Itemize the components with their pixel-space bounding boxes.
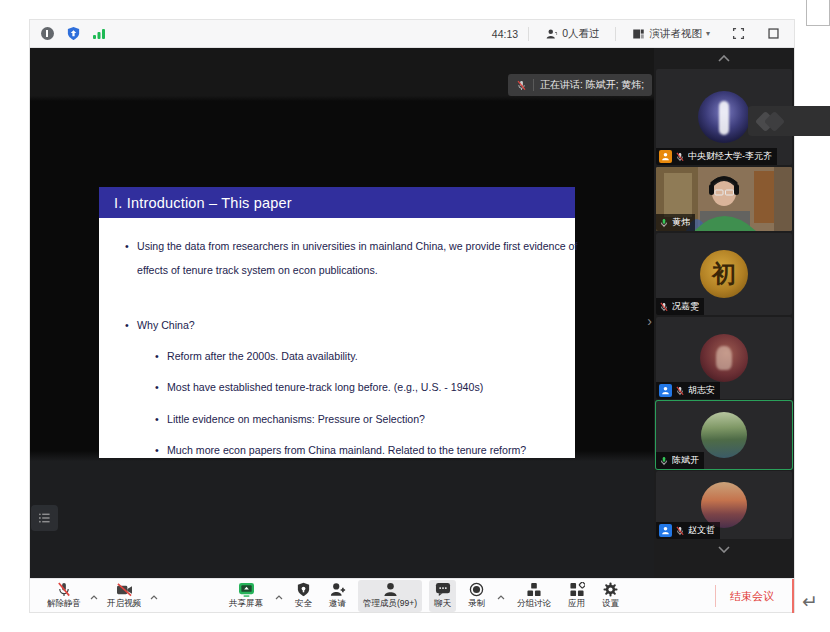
participant-tile-active-speaker[interactable]: 陈斌开 — [656, 401, 792, 469]
mic-muted-icon — [675, 526, 685, 536]
breakout-icon — [526, 582, 542, 597]
mic-muted-icon — [659, 302, 669, 312]
view-mode-label: 演讲者视图 — [649, 27, 702, 41]
viewers-button[interactable]: 0人看过 — [539, 24, 605, 44]
manage-members-button[interactable]: 管理成员(99+) — [358, 580, 422, 612]
chevron-down-icon: ▾ — [706, 29, 710, 38]
participant-tile[interactable]: 赵文哲 — [656, 471, 792, 539]
avatar: 初 — [700, 250, 748, 298]
apps-button[interactable]: 应用 — [563, 580, 590, 612]
breakout-rooms-button[interactable]: 分组讨论 — [512, 580, 556, 612]
participant-name: 黄炜 — [672, 216, 690, 229]
window-mode-button[interactable] — [761, 24, 786, 43]
participant-name: 赵文哲 — [688, 524, 715, 537]
apps-icon — [569, 582, 585, 597]
meeting-window: 44:13 0人看过 演讲者视图 ▾ — [30, 20, 794, 612]
avatar — [698, 91, 750, 143]
active-speaker-pill: 正在讲话: 陈斌开; 黄炜; — [508, 74, 652, 96]
annotation-list-button[interactable] — [31, 505, 58, 531]
shared-screen-stage: 正在讲话: 陈斌开; 黄炜; I. Introduction – This pa… — [30, 48, 654, 578]
mic-muted-icon — [516, 80, 527, 91]
role-badge — [659, 524, 672, 537]
slide-bullet: Why China? — [137, 317, 583, 333]
share-screen-button[interactable]: 共享屏幕 — [224, 580, 268, 612]
invite-person-icon — [330, 582, 346, 597]
avatar — [700, 334, 748, 382]
participant-name: 胡志安 — [688, 384, 715, 397]
slide-bullet: Reform after the 2000s. Data availabilit… — [167, 348, 587, 364]
divider — [533, 79, 534, 91]
scroll-down-button[interactable] — [694, 541, 754, 558]
mic-options-chevron[interactable] — [90, 593, 98, 600]
participant-tile[interactable]: 初 况嘉雯 — [656, 233, 792, 315]
unmute-button[interactable]: 解除静音 — [42, 580, 86, 612]
slide-title: I. Introduction – This paper — [99, 187, 575, 218]
slide-body: Using the data from researchers in unive… — [99, 218, 575, 459]
shield-lock-icon — [296, 582, 311, 597]
viewers-person-icon — [545, 28, 558, 40]
mic-active-icon — [659, 218, 669, 228]
record-options-chevron[interactable] — [497, 593, 505, 600]
participant-tile[interactable]: 胡志安 — [656, 317, 792, 399]
record-icon — [469, 582, 484, 597]
mic-muted-icon — [675, 386, 685, 396]
slide-bullet: Much more econ papers from China mainlan… — [167, 442, 587, 458]
avatar — [701, 412, 747, 458]
mic-muted-icon — [56, 582, 72, 597]
view-mode-dropdown[interactable]: 演讲者视图 ▾ — [626, 24, 716, 44]
hand-raised-badge — [659, 150, 672, 163]
active-speaker-label: 正在讲话: 陈斌开; 黄炜; — [540, 78, 644, 92]
end-meeting-button[interactable]: 结束会议 — [715, 585, 788, 607]
mic-muted-icon — [675, 152, 685, 162]
participant-name: 况嘉雯 — [672, 300, 699, 313]
page: ↵ 44:13 0人看过 演讲者视图 — [0, 0, 830, 632]
share-screen-icon — [238, 582, 255, 597]
viewers-count: 0人看过 — [562, 27, 599, 41]
desktop-corner-window — [806, 0, 830, 26]
meeting-info-icon[interactable] — [38, 25, 56, 43]
meeting-timer: 44:13 — [492, 28, 518, 40]
security-button[interactable]: 安全 — [290, 580, 317, 612]
meeting-topbar: 44:13 0人看过 演讲者视图 ▾ — [30, 20, 794, 48]
slide-bullet: Using the data from researchers in unive… — [137, 235, 583, 283]
video-options-chevron[interactable] — [150, 593, 158, 600]
camera-off-icon — [116, 582, 133, 597]
chat-bubble-icon — [435, 582, 451, 597]
return-arrow-icon: ↵ — [802, 590, 818, 613]
share-border-edge — [792, 579, 794, 613]
start-video-button[interactable]: 开启视频 — [102, 580, 146, 612]
participants-sidebar: 中央财经大学-李元齐 — [654, 48, 794, 578]
record-button[interactable]: 录制 — [463, 580, 490, 612]
participant-name: 陈斌开 — [672, 454, 699, 467]
meeting-logo-watermark — [748, 106, 830, 136]
settings-button[interactable]: 设置 — [597, 580, 624, 612]
security-shield-icon[interactable] — [64, 25, 82, 43]
members-icon — [383, 582, 398, 597]
sidebar-collapse-handle[interactable]: › — [647, 314, 652, 328]
divider — [615, 27, 616, 41]
chat-button[interactable]: 聊天 — [429, 580, 456, 612]
fullscreen-button[interactable] — [726, 24, 751, 43]
slide-bullet: Little evidence on mechanisms: Pressure … — [167, 411, 587, 427]
participant-name: 中央财经大学-李元齐 — [688, 150, 772, 163]
network-signal-icon[interactable] — [90, 25, 108, 43]
scroll-up-button[interactable] — [694, 50, 754, 67]
invite-button[interactable]: 邀请 — [324, 580, 351, 612]
divider — [528, 27, 529, 41]
share-options-chevron[interactable] — [275, 593, 283, 600]
layout-icon — [632, 28, 645, 40]
presentation-slide: I. Introduction – This paper Using the d… — [99, 187, 575, 458]
slide-bullet: Most have established tenure-track long … — [167, 379, 587, 395]
role-badge — [659, 384, 672, 397]
gear-icon — [603, 582, 618, 597]
participant-tile[interactable]: 黄炜 — [656, 167, 792, 231]
list-icon — [38, 512, 51, 524]
meeting-toolbar: 解除静音 开启视频 共享屏幕 安全 — [30, 578, 794, 612]
mic-active-icon — [659, 456, 669, 466]
avatar-glyph: 初 — [712, 258, 736, 290]
